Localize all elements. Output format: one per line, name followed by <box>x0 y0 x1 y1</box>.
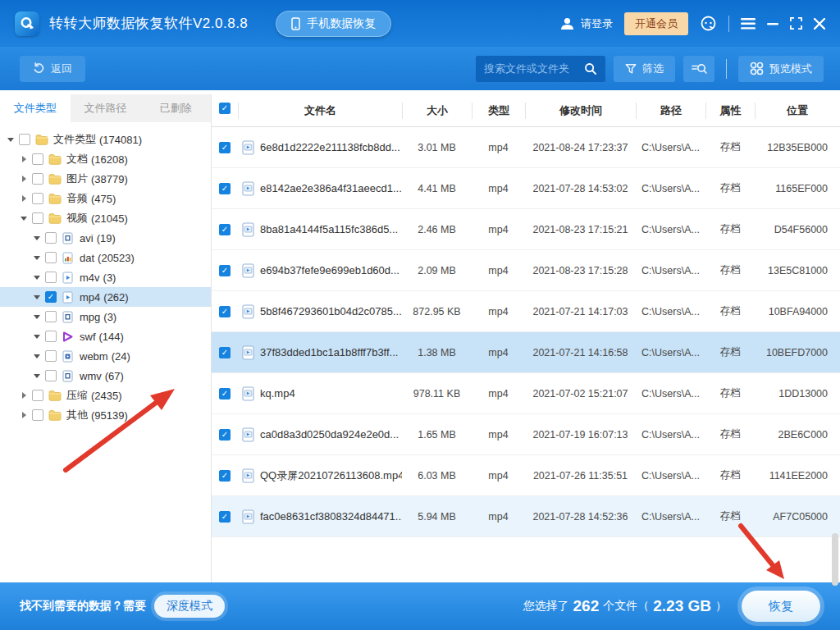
tree-checkbox[interactable] <box>45 232 57 244</box>
file-location-cell: 1165EF000 <box>755 183 839 194</box>
footer-bar: 找不到需要的数据？需要 深度模式 您选择了 262 个文件（ 2.23 GB ）… <box>0 582 840 630</box>
tree-item-label: swf <box>80 331 96 343</box>
table-row[interactable]: ✓8ba81a4144f5a115fc386d5...2.46 MBmp4202… <box>212 209 840 250</box>
tree-item-mp4[interactable]: ✓mp4(262) <box>0 287 211 307</box>
customer-service-icon[interactable] <box>700 15 717 32</box>
row-checkbox[interactable]: ✓ <box>219 511 231 523</box>
menu-icon[interactable] <box>741 18 756 30</box>
expand-arrow-icon[interactable] <box>18 156 30 162</box>
tree-checkbox[interactable] <box>32 212 43 224</box>
tree-item-压缩[interactable]: 压缩(2435) <box>0 386 211 405</box>
file-location-cell: AF7C05000 <box>755 511 839 523</box>
collapse-arrow-icon[interactable] <box>5 138 16 142</box>
table-body: ✓6e8d1d2222e211138fcb8dd...3.01 MBmp4202… <box>212 127 840 537</box>
phone-recovery-button[interactable]: 手机数据恢复 <box>276 11 391 37</box>
advanced-search-button[interactable] <box>683 56 714 82</box>
table-row[interactable]: ✓e694b37fefe9e699eb1d60d...2.09 MBmp4202… <box>212 250 840 291</box>
expand-arrow-icon[interactable] <box>18 176 30 182</box>
select-all-checkbox[interactable]: ✓ <box>219 103 231 114</box>
collapse-arrow-icon[interactable] <box>18 217 30 221</box>
collapse-arrow-icon[interactable] <box>31 354 43 358</box>
tree-checkbox[interactable] <box>32 409 43 421</box>
table-row[interactable]: ✓e8142ae2e386a4f31aeecd1...4.41 MBmp4202… <box>212 168 840 209</box>
maximize-icon[interactable] <box>790 17 802 30</box>
vertical-scrollbar-thumb[interactable] <box>832 533 838 586</box>
tree-checkbox[interactable] <box>45 370 57 381</box>
tree-checkbox[interactable] <box>45 252 57 263</box>
tree-item-图片[interactable]: 图片(38779) <box>0 169 211 189</box>
expand-arrow-icon[interactable] <box>18 195 30 202</box>
tree-checkbox[interactable] <box>32 153 43 165</box>
row-checkbox[interactable]: ✓ <box>219 183 231 194</box>
filter-button[interactable]: 筛选 <box>614 56 675 82</box>
login-button[interactable]: 请登录 <box>559 16 613 31</box>
tree-checkbox[interactable] <box>32 173 43 185</box>
deep-mode-button[interactable]: 深度模式 <box>154 595 225 618</box>
table-row[interactable]: ✓fac0e8631cf3808324d84471...5.94 MBmp420… <box>212 496 840 537</box>
file-type-cell: mp4 <box>472 388 525 399</box>
row-checkbox[interactable]: ✓ <box>219 224 231 235</box>
tree-item-文件类型[interactable]: 文件类型(174081) <box>0 130 211 149</box>
tree-checkbox[interactable] <box>45 311 57 322</box>
collapse-arrow-icon[interactable] <box>31 276 43 280</box>
tree-item-m4v[interactable]: m4v(3) <box>0 267 211 287</box>
file-name-cell: kq.mp4 <box>238 386 402 401</box>
file-location-cell: 1DD13000 <box>755 388 839 399</box>
back-button[interactable]: 返回 <box>20 56 85 82</box>
file-name-cell: ca0d8a3d0250da924e2e0d... <box>238 427 402 442</box>
table-row[interactable]: ✓kq.mp4978.11 KBmp42021-07-02 15:21:07C:… <box>212 373 840 414</box>
tree-checkbox[interactable] <box>45 331 57 342</box>
search-icon[interactable] <box>584 62 597 75</box>
tree-checkbox[interactable] <box>45 350 57 362</box>
tree-item-mpg[interactable]: mpg(3) <box>0 307 211 326</box>
row-checkbox[interactable]: ✓ <box>219 470 231 482</box>
tree-item-dat[interactable]: dat(20523) <box>0 248 211 267</box>
tree-item-webm[interactable]: webm(24) <box>0 346 211 366</box>
swf-file-icon <box>61 330 75 343</box>
tree-checkbox[interactable] <box>19 134 30 145</box>
tree-checkbox[interactable]: ✓ <box>45 291 57 303</box>
tab-file-type[interactable]: 文件类型 <box>0 94 71 122</box>
tree-checkbox[interactable] <box>32 193 43 204</box>
row-checkbox[interactable]: ✓ <box>219 429 231 441</box>
search-input[interactable] <box>484 62 584 75</box>
row-checkbox[interactable]: ✓ <box>219 265 231 276</box>
row-checkbox[interactable]: ✓ <box>219 347 231 358</box>
collapse-arrow-icon[interactable] <box>31 335 43 339</box>
collapse-arrow-icon[interactable] <box>31 295 43 299</box>
table-row[interactable]: ✓37f83dded1bc1a1b8fff7b3ff...1.38 MBmp42… <box>212 332 840 373</box>
tree-checkbox[interactable] <box>32 390 43 401</box>
tree-item-文档[interactable]: 文档(16208) <box>0 149 211 169</box>
tree-item-其他[interactable]: 其他(95139) <box>0 405 211 425</box>
minimize-icon[interactable] <box>767 18 778 30</box>
tree-checkbox[interactable] <box>45 272 57 283</box>
expand-arrow-icon[interactable] <box>18 412 30 418</box>
collapse-arrow-icon[interactable] <box>31 236 43 240</box>
tree-item-avi[interactable]: avi(19) <box>0 228 211 248</box>
row-checkbox[interactable]: ✓ <box>219 142 231 153</box>
tree-item-wmv[interactable]: wmv(67) <box>0 366 211 386</box>
tree-item-swf[interactable]: swf(144) <box>0 326 211 346</box>
row-checkbox[interactable]: ✓ <box>219 388 231 399</box>
modified-time-cell: 2021-08-23 17:15:28 <box>525 265 636 276</box>
tab-deleted[interactable]: 已删除 <box>140 94 211 122</box>
expand-arrow-icon[interactable] <box>18 392 30 399</box>
table-row[interactable]: ✓ca0d8a3d0250da924e2e0d...1.65 MBmp42021… <box>212 414 840 455</box>
open-vip-button[interactable]: 开通会员 <box>624 12 688 35</box>
table-row[interactable]: ✓5b8f467293601b04d2c0785...872.95 KBmp42… <box>212 291 840 332</box>
file-path-cell: C:\Users\A... <box>636 265 705 276</box>
recover-button[interactable]: 恢复 <box>742 591 820 622</box>
preview-mode-button[interactable]: 预览模式 <box>738 56 824 82</box>
table-row[interactable]: ✓QQ录屏20210726113608.mp46.03 MBmp42021-07… <box>212 455 840 496</box>
row-checkbox[interactable]: ✓ <box>219 306 231 317</box>
table-row[interactable]: ✓6e8d1d2222e211138fcb8dd...3.01 MBmp4202… <box>212 127 840 168</box>
tab-file-path[interactable]: 文件路径 <box>71 94 141 122</box>
collapse-arrow-icon[interactable] <box>31 315 43 319</box>
tree-item-音频[interactable]: 音频(475) <box>0 189 211 208</box>
collapse-arrow-icon[interactable] <box>31 256 43 260</box>
tree-item-count: (174081) <box>99 134 142 146</box>
close-icon[interactable] <box>814 18 825 30</box>
collapse-arrow-icon[interactable] <box>31 374 43 378</box>
tree-item-视频[interactable]: 视频(21045) <box>0 208 211 228</box>
file-attr-cell: 存档 <box>705 468 755 482</box>
